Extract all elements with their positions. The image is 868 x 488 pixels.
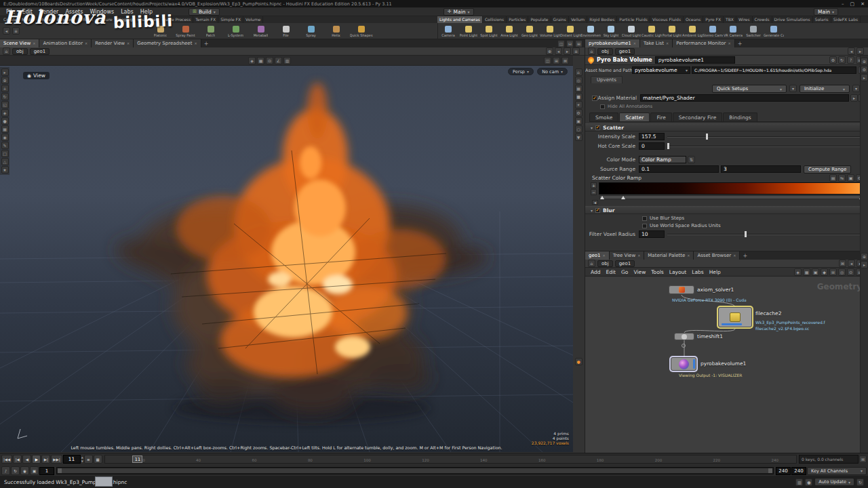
menu-item[interactable]: Help [137, 9, 156, 15]
angle-snap-icon[interactable]: ∠ [275, 57, 282, 64]
network-canvas[interactable]: Geometry axiom_solver1 NVIDIA GeForce RT… [585, 277, 868, 453]
breadcrumb-obj[interactable]: obj [12, 48, 28, 55]
pane-menu-icon[interactable]: ≡ [572, 47, 580, 55]
view-tool-icon[interactable]: ⊕ [1, 77, 9, 84]
hot-core-scale-slider[interactable] [667, 142, 861, 150]
new-pane-tab-button[interactable]: + [201, 41, 212, 47]
world-space-checkbox[interactable] [642, 224, 647, 228]
layout-icon[interactable]: ⊞ [553, 57, 560, 64]
ramp-marker[interactable] [621, 196, 625, 199]
folder-tab[interactable]: Upvents [591, 76, 623, 83]
shelf-tool[interactable]: Switcher [743, 23, 764, 39]
shelf-tab[interactable]: TBX [724, 16, 736, 23]
scene-viewport[interactable]: ◈ ▦ ⊙ ∠ ▥ ◫ ⊞ ⊠ ▸ ⊕ + ↻ ◱ ◈ ● ▦ ◉ ✎ □ △ [0, 56, 573, 452]
shelf-tab[interactable]: Create [1, 16, 20, 23]
shelf-tool[interactable]: File [273, 23, 298, 39]
color-mode-dropdown[interactable]: Color Ramp [639, 156, 686, 163]
shelf-tab[interactable]: Model [38, 16, 55, 23]
shelf-tab[interactable]: Deform [75, 16, 95, 23]
new-pane-tab-button[interactable]: + [735, 41, 745, 47]
scale-tool-icon[interactable]: ◱ [1, 101, 9, 108]
pane-tab[interactable]: Render View ✕ [92, 39, 134, 47]
shelf-tab[interactable]: Grains [551, 16, 569, 23]
desktop-selector[interactable]: ⊞ Build ▾ [189, 8, 220, 16]
menu-item[interactable]: File [3, 9, 18, 15]
sim-toggle-button[interactable]: ◉ [20, 466, 29, 475]
shelf-tool[interactable]: Helix [323, 23, 349, 39]
display-options-icon[interactable]: ⚙ [575, 109, 583, 117]
shelf-tab[interactable]: SideFX Labs [831, 16, 861, 23]
home-icon[interactable]: ⌂ [588, 47, 595, 55]
breadcrumb-geo1[interactable]: geo1 [615, 260, 635, 267]
source-range-min-field[interactable]: 0.1 [639, 165, 719, 173]
initialize-button[interactable]: Initialize ▾ [800, 85, 850, 93]
filter-voxel-slider[interactable] [667, 230, 861, 238]
update-mode-icon[interactable]: ↻ [856, 479, 864, 486]
back-icon[interactable]: ◂ [848, 47, 855, 55]
asset-name-dropdown[interactable]: pyrobakevolume ▾ [632, 66, 690, 74]
ramp-save-icon[interactable]: ▣ [847, 174, 854, 182]
close-tab-icon[interactable]: ✕ [85, 41, 87, 45]
shelf-tab[interactable]: Texture [96, 16, 115, 23]
shelf-tool[interactable]: Volume Light [540, 23, 560, 39]
help-icon[interactable]: ? [847, 56, 854, 64]
close-tab-icon[interactable]: ✕ [194, 41, 197, 45]
projection-selector[interactable]: Persp ▾ [508, 68, 534, 75]
close-tab-icon[interactable]: ✕ [666, 41, 669, 45]
shelf-tool[interactable]: Generate Camera [764, 23, 784, 39]
shelf-tool[interactable]: Spot Light [479, 23, 499, 39]
asset-path-field[interactable]: C:/PROGRA~1/SIDEEF~1/HOUDIN~1.615/houdin… [692, 66, 856, 74]
go-to-end-button[interactable]: ▶▶| [51, 455, 62, 464]
pane-tab[interactable]: Performance Monitor ✕ [673, 39, 734, 47]
rotate-tool-icon[interactable]: ↻ [1, 93, 9, 100]
shelf-tab[interactable]: Rigid Bodies [587, 16, 617, 23]
memory-icon[interactable]: ▥ [795, 479, 803, 486]
multi-snap-icon[interactable]: ▥ [283, 57, 291, 64]
menu-item[interactable]: Render [36, 9, 62, 15]
ramp-remove-point-icon[interactable]: − [591, 189, 597, 195]
back-icon[interactable]: ◂ [555, 47, 562, 55]
network-menu-item[interactable]: Tools [648, 269, 666, 275]
visualizer-icon[interactable]: ▼ [575, 134, 583, 141]
color-mode-swap-icon[interactable]: ⇅ [688, 156, 695, 163]
pane-tab[interactable]: Animation Editor ✕ [39, 39, 92, 47]
net-overview-icon[interactable]: ⊞ [829, 268, 837, 276]
audio-toggle-button[interactable]: ♪ [1, 466, 10, 475]
global-end-field[interactable]: 240 [791, 467, 806, 475]
shelf-tool[interactable]: Sky Light [601, 23, 621, 39]
scatter-section-header[interactable]: ▾ ✓ Scatter [585, 123, 868, 131]
pin-icon[interactable]: ⊕ [546, 47, 553, 55]
shelf-tab[interactable]: Character [135, 16, 160, 23]
param-tab[interactable]: Smoke [589, 113, 618, 121]
keyframe-lock-icon[interactable]: ⊠ [859, 455, 867, 463]
source-range-max-field[interactable]: 3 [721, 165, 801, 173]
shelf-tool[interactable]: Metaball [248, 23, 273, 39]
playback-options-button[interactable]: ≡ [84, 455, 93, 464]
shading-mode-icon[interactable]: ■ [575, 93, 583, 100]
net-snap-icon[interactable]: ◈ [794, 268, 802, 276]
shelf-tool[interactable]: Distant Light [560, 23, 580, 39]
shelf-tab[interactable]: Rigging [115, 16, 136, 23]
prev-key-button[interactable]: |◀ [13, 455, 22, 464]
range-end-handle[interactable] [768, 468, 772, 473]
hot-core-scale-field[interactable]: 0 [639, 142, 665, 150]
frame-up-icon[interactable]: ▲ [81, 455, 83, 459]
net-expand-icon[interactable]: ▸ [861, 261, 868, 268]
ramp-scroll-icon[interactable]: ◂ [592, 200, 598, 205]
pane-tab[interactable]: geo1 ✕ [585, 251, 610, 260]
node-name-field[interactable]: pyrobakevolume1 [655, 56, 735, 64]
snap-icon[interactable]: ◈ [248, 57, 256, 64]
pane-split-horizontal-icon[interactable]: ◫ [557, 40, 565, 47]
shelf-tab[interactable]: Simple FX [218, 16, 243, 23]
recook-icon[interactable]: ↻ [838, 56, 846, 64]
pane-tab[interactable]: Take List ✕ [640, 39, 673, 47]
param-expand-icon[interactable]: ▸ [861, 74, 868, 81]
shelf-menu-icon[interactable]: ≡ [12, 27, 20, 35]
quick-setups-button[interactable]: Quick Setups ▾ [712, 85, 787, 93]
shelf-tool[interactable]: Cloud Light [621, 23, 642, 39]
network-menu-item[interactable]: Help [707, 269, 724, 275]
shelf-tool[interactable]: Camera [438, 23, 458, 39]
shelf-tool[interactable]: Ambient Light [682, 23, 703, 39]
selection-mode-icon[interactable]: ◉ [1, 134, 9, 141]
ramp-marker[interactable] [600, 196, 604, 199]
